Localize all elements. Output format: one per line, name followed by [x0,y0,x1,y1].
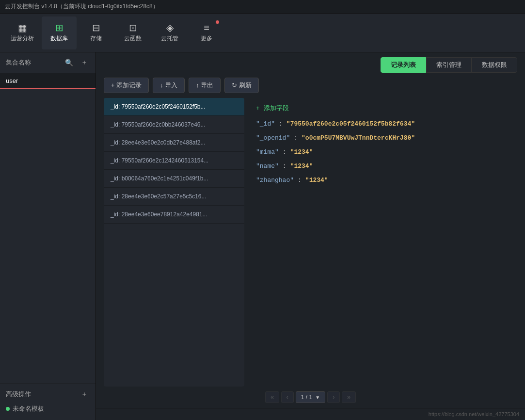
field-key-openid: "_openid" [256,134,290,142]
toolbar-btn-cloud-mgmt[interactable]: ◈ 云托管 [152,16,187,49]
tab-index[interactable]: 索引管理 [426,57,472,73]
detail-field-openid: "_openid" : "o0cmP5U7MBVUwJTnnDtercKHrJ8… [256,134,509,142]
advanced-section-header: 高级操作 ＋ [6,389,90,400]
field-key-mima: "mima" [256,148,279,156]
title-text: 云开发控制台 v1.4.8（当前环境 cloud1-0g0itx1fd5ec28… [5,2,159,11]
toolbar-label-analytics: 运营分析 [11,34,34,43]
field-key-zhanghao: "zhanghao" [256,177,294,184]
add-record-btn[interactable]: + 添加记录 [104,78,149,93]
pagination-bar: « ‹ 1 / 1 ▼ › » [96,387,525,408]
refresh-btn[interactable]: ↻ 刷新 [224,78,259,93]
main-layout: 集合名称 🔍 ＋ user 高级操作 ＋ 未命名模板 [0,52,525,420]
add-advanced-btn[interactable]: ＋ [79,389,90,400]
toolbar-label-cloud-mgmt: 云托管 [161,34,178,43]
analytics-icon: ▦ [18,23,27,32]
field-value-openid: "o0cmP5U7MBVUwJTnnDtercKHrJ80" [302,134,415,142]
notification-dot [216,20,219,24]
toolbar-btn-functions[interactable]: ⊡ 云函数 [115,16,150,49]
green-dot-icon [6,407,10,411]
export-btn[interactable]: ↑ 导出 [189,78,221,93]
toolbar-label-more: 更多 [201,34,212,43]
page-dropdown-icon[interactable]: ▼ [315,395,320,400]
add-collection-btn[interactable]: ＋ [79,57,90,68]
toolbar-btn-more[interactable]: ≡ 更多 [189,16,224,49]
record-item[interactable]: _id: 79550af260e2c0bb246037e46... [104,116,244,134]
detail-field-mima: "mima" : "1234" [256,148,509,156]
more-icon: ≡ [204,23,209,32]
cloud-mgmt-icon: ◈ [166,23,174,32]
content-area: 记录列表 索引管理 数据权限 + 添加记录 ↓ 导入 ↑ 导出 ↻ 刷新 [96,52,525,420]
sidebar-bottom: 高级操作 ＋ 未命名模板 [0,384,95,420]
field-value-mima: "1234" [290,148,313,156]
toolbar-btn-analytics[interactable]: ▦ 运营分析 [5,16,40,49]
toolbar: ▦ 运营分析 ⊞ 数据库 ⊟ 存储 ⊡ 云函数 ◈ 云托管 ≡ 更多 [0,14,525,52]
import-btn[interactable]: ↓ 导入 [153,78,185,93]
advanced-section-title: 高级操作 [6,390,31,399]
records-area: _id: 79550af260e2c05f2460152f5b... _id: … [96,98,525,387]
toolbar-label-storage: 存储 [90,34,102,43]
tab-permissions[interactable]: 数据权限 [472,57,517,73]
tab-records[interactable]: 记录列表 [381,57,426,73]
toolbar-btn-database[interactable]: ⊞ 数据库 [42,16,77,49]
unnamed-template-item[interactable]: 未命名模板 [6,403,90,415]
record-item[interactable]: _id: 79550af260e2c05f2460152f5b... [104,98,244,116]
field-value-id: "79550af260e2c05f2460152f5b82f634" [286,120,415,128]
toolbar-btn-storage[interactable]: ⊟ 存储 [79,16,113,49]
page-next-btn[interactable]: › [327,391,340,403]
action-bar: + 添加记录 ↓ 导入 ↑ 导出 ↻ 刷新 [96,73,525,98]
sidebar-header-icons: 🔍 ＋ [63,57,90,68]
footer-link: https://blog.csdn.net/weixin_42775304 [429,411,519,417]
sidebar-header: 集合名称 🔍 ＋ [0,52,95,73]
field-key-id: "_id" [256,120,275,128]
page-last-btn[interactable]: » [342,391,356,403]
footer: https://blog.csdn.net/weixin_42775304 [96,408,525,420]
record-item[interactable]: _id: 28ee4e3e60ee78912a42e4981... [104,206,244,224]
collection-list: user [0,73,95,384]
toolbar-label-database: 数据库 [50,34,68,43]
record-item[interactable]: _id: 28ee4e3e60e2c57a27e5c5c16... [104,188,244,206]
record-item[interactable]: _id: b00064a760e2c1e4251c049f1b... [104,170,244,188]
sidebar: 集合名称 🔍 ＋ user 高级操作 ＋ 未命名模板 [0,52,96,420]
record-list: _id: 79550af260e2c05f2460152f5b... _id: … [104,98,244,387]
toolbar-label-functions: 云函数 [124,34,142,43]
collection-section-title: 集合名称 [6,58,31,67]
page-first-btn[interactable]: « [265,391,279,403]
functions-icon: ⊡ [129,23,137,32]
detail-field-id: "_id" : "79550af260e2c05f2460152f5b82f63… [256,120,509,128]
detail-field-zhanghao: "zhanghao" : "1234" [256,177,509,184]
record-detail: + 添加字段 "_id" : "79550af260e2c05f2460152f… [248,98,517,387]
record-item[interactable]: _id: 28ee4e3e60e2c0db27e488af2... [104,134,244,152]
storage-icon: ⊟ [92,23,100,32]
search-icon-btn[interactable]: 🔍 [63,58,75,67]
collection-item-label: user [6,77,18,84]
add-field-btn[interactable]: + 添加字段 [256,104,509,113]
field-value-zhanghao: "1234" [305,177,328,184]
field-key-name: "name" [256,162,279,170]
record-item[interactable]: _id: 79550af260e2c1242460513154... [104,152,244,170]
detail-field-name: "name" : "1234" [256,162,509,170]
page-prev-btn[interactable]: ‹ [281,391,294,403]
title-bar: 云开发控制台 v1.4.8（当前环境 cloud1-0g0itx1fd5ec28… [0,0,525,14]
page-info: 1 / 1 ▼ [296,391,325,403]
field-value-name: "1234" [290,162,313,170]
unnamed-template-label: 未命名模板 [13,404,44,413]
collection-item-user[interactable]: user [0,73,95,88]
database-icon: ⊞ [55,23,64,32]
tab-bar: 记录列表 索引管理 数据权限 [96,52,525,73]
